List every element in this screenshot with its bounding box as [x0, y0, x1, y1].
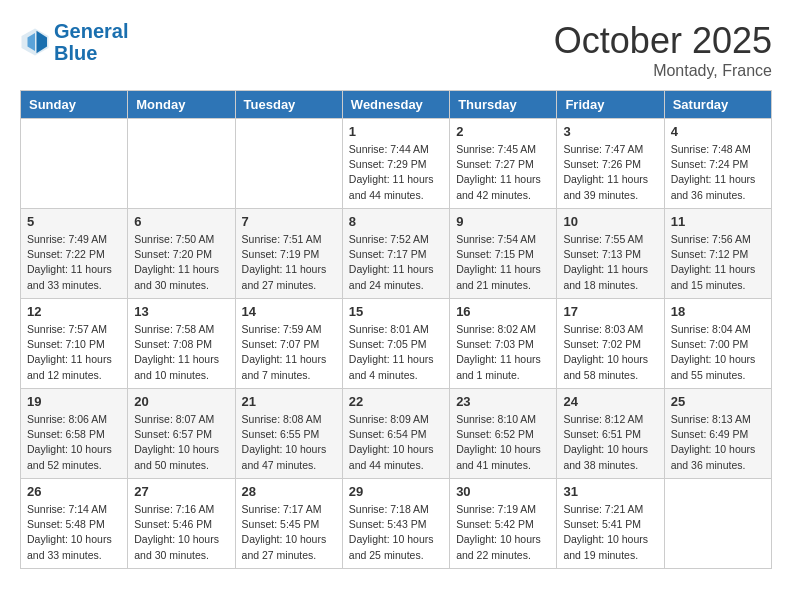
- day-number: 20: [134, 394, 228, 409]
- day-info: Sunrise: 7:21 AM Sunset: 5:41 PM Dayligh…: [563, 502, 657, 563]
- day-cell: [21, 119, 128, 209]
- day-cell: 24Sunrise: 8:12 AM Sunset: 6:51 PM Dayli…: [557, 389, 664, 479]
- day-cell: 4Sunrise: 7:48 AM Sunset: 7:24 PM Daylig…: [664, 119, 771, 209]
- day-number: 28: [242, 484, 336, 499]
- day-cell: 21Sunrise: 8:08 AM Sunset: 6:55 PM Dayli…: [235, 389, 342, 479]
- day-cell: 27Sunrise: 7:16 AM Sunset: 5:46 PM Dayli…: [128, 479, 235, 569]
- day-cell: 28Sunrise: 7:17 AM Sunset: 5:45 PM Dayli…: [235, 479, 342, 569]
- day-info: Sunrise: 7:49 AM Sunset: 7:22 PM Dayligh…: [27, 232, 121, 293]
- day-cell: 18Sunrise: 8:04 AM Sunset: 7:00 PM Dayli…: [664, 299, 771, 389]
- calendar-table: SundayMondayTuesdayWednesdayThursdayFrid…: [20, 90, 772, 569]
- day-info: Sunrise: 7:19 AM Sunset: 5:42 PM Dayligh…: [456, 502, 550, 563]
- day-cell: 17Sunrise: 8:03 AM Sunset: 7:02 PM Dayli…: [557, 299, 664, 389]
- day-cell: 6Sunrise: 7:50 AM Sunset: 7:20 PM Daylig…: [128, 209, 235, 299]
- day-cell: 13Sunrise: 7:58 AM Sunset: 7:08 PM Dayli…: [128, 299, 235, 389]
- week-row-1: 1Sunrise: 7:44 AM Sunset: 7:29 PM Daylig…: [21, 119, 772, 209]
- day-cell: 8Sunrise: 7:52 AM Sunset: 7:17 PM Daylig…: [342, 209, 449, 299]
- day-info: Sunrise: 8:09 AM Sunset: 6:54 PM Dayligh…: [349, 412, 443, 473]
- day-number: 16: [456, 304, 550, 319]
- col-header-sunday: Sunday: [21, 91, 128, 119]
- day-info: Sunrise: 7:50 AM Sunset: 7:20 PM Dayligh…: [134, 232, 228, 293]
- day-info: Sunrise: 7:55 AM Sunset: 7:13 PM Dayligh…: [563, 232, 657, 293]
- day-info: Sunrise: 7:51 AM Sunset: 7:19 PM Dayligh…: [242, 232, 336, 293]
- day-info: Sunrise: 8:12 AM Sunset: 6:51 PM Dayligh…: [563, 412, 657, 473]
- day-info: Sunrise: 7:48 AM Sunset: 7:24 PM Dayligh…: [671, 142, 765, 203]
- day-number: 6: [134, 214, 228, 229]
- month-title: October 2025: [554, 20, 772, 62]
- day-cell: 12Sunrise: 7:57 AM Sunset: 7:10 PM Dayli…: [21, 299, 128, 389]
- day-number: 30: [456, 484, 550, 499]
- day-cell: 25Sunrise: 8:13 AM Sunset: 6:49 PM Dayli…: [664, 389, 771, 479]
- col-header-friday: Friday: [557, 91, 664, 119]
- day-number: 26: [27, 484, 121, 499]
- day-cell: 14Sunrise: 7:59 AM Sunset: 7:07 PM Dayli…: [235, 299, 342, 389]
- day-info: Sunrise: 8:04 AM Sunset: 7:00 PM Dayligh…: [671, 322, 765, 383]
- day-number: 21: [242, 394, 336, 409]
- week-row-3: 12Sunrise: 7:57 AM Sunset: 7:10 PM Dayli…: [21, 299, 772, 389]
- day-cell: 16Sunrise: 8:02 AM Sunset: 7:03 PM Dayli…: [450, 299, 557, 389]
- col-header-wednesday: Wednesday: [342, 91, 449, 119]
- logo: General Blue: [20, 20, 128, 64]
- day-cell: 9Sunrise: 7:54 AM Sunset: 7:15 PM Daylig…: [450, 209, 557, 299]
- day-info: Sunrise: 8:01 AM Sunset: 7:05 PM Dayligh…: [349, 322, 443, 383]
- day-number: 22: [349, 394, 443, 409]
- day-info: Sunrise: 8:08 AM Sunset: 6:55 PM Dayligh…: [242, 412, 336, 473]
- day-cell: [128, 119, 235, 209]
- day-info: Sunrise: 7:59 AM Sunset: 7:07 PM Dayligh…: [242, 322, 336, 383]
- week-row-2: 5Sunrise: 7:49 AM Sunset: 7:22 PM Daylig…: [21, 209, 772, 299]
- col-header-tuesday: Tuesday: [235, 91, 342, 119]
- day-number: 10: [563, 214, 657, 229]
- day-cell: [664, 479, 771, 569]
- day-cell: 23Sunrise: 8:10 AM Sunset: 6:52 PM Dayli…: [450, 389, 557, 479]
- day-number: 2: [456, 124, 550, 139]
- day-info: Sunrise: 7:54 AM Sunset: 7:15 PM Dayligh…: [456, 232, 550, 293]
- day-info: Sunrise: 7:52 AM Sunset: 7:17 PM Dayligh…: [349, 232, 443, 293]
- day-cell: [235, 119, 342, 209]
- day-info: Sunrise: 8:10 AM Sunset: 6:52 PM Dayligh…: [456, 412, 550, 473]
- logo-blue: Blue: [54, 42, 97, 64]
- day-number: 29: [349, 484, 443, 499]
- week-row-5: 26Sunrise: 7:14 AM Sunset: 5:48 PM Dayli…: [21, 479, 772, 569]
- page-header: General Blue October 2025 Montady, Franc…: [20, 20, 772, 80]
- day-cell: 30Sunrise: 7:19 AM Sunset: 5:42 PM Dayli…: [450, 479, 557, 569]
- day-number: 13: [134, 304, 228, 319]
- day-info: Sunrise: 7:16 AM Sunset: 5:46 PM Dayligh…: [134, 502, 228, 563]
- day-number: 23: [456, 394, 550, 409]
- logo-icon: [20, 27, 50, 57]
- col-header-thursday: Thursday: [450, 91, 557, 119]
- day-number: 19: [27, 394, 121, 409]
- day-cell: 15Sunrise: 8:01 AM Sunset: 7:05 PM Dayli…: [342, 299, 449, 389]
- day-number: 9: [456, 214, 550, 229]
- day-number: 8: [349, 214, 443, 229]
- day-number: 7: [242, 214, 336, 229]
- day-number: 31: [563, 484, 657, 499]
- day-number: 15: [349, 304, 443, 319]
- day-cell: 11Sunrise: 7:56 AM Sunset: 7:12 PM Dayli…: [664, 209, 771, 299]
- day-cell: 20Sunrise: 8:07 AM Sunset: 6:57 PM Dayli…: [128, 389, 235, 479]
- day-cell: 29Sunrise: 7:18 AM Sunset: 5:43 PM Dayli…: [342, 479, 449, 569]
- day-cell: 2Sunrise: 7:45 AM Sunset: 7:27 PM Daylig…: [450, 119, 557, 209]
- week-row-4: 19Sunrise: 8:06 AM Sunset: 6:58 PM Dayli…: [21, 389, 772, 479]
- day-number: 17: [563, 304, 657, 319]
- day-info: Sunrise: 7:44 AM Sunset: 7:29 PM Dayligh…: [349, 142, 443, 203]
- day-number: 11: [671, 214, 765, 229]
- day-cell: 26Sunrise: 7:14 AM Sunset: 5:48 PM Dayli…: [21, 479, 128, 569]
- day-number: 24: [563, 394, 657, 409]
- day-number: 4: [671, 124, 765, 139]
- day-number: 12: [27, 304, 121, 319]
- day-cell: 19Sunrise: 8:06 AM Sunset: 6:58 PM Dayli…: [21, 389, 128, 479]
- col-header-saturday: Saturday: [664, 91, 771, 119]
- day-cell: 5Sunrise: 7:49 AM Sunset: 7:22 PM Daylig…: [21, 209, 128, 299]
- day-info: Sunrise: 7:47 AM Sunset: 7:26 PM Dayligh…: [563, 142, 657, 203]
- day-number: 25: [671, 394, 765, 409]
- day-cell: 31Sunrise: 7:21 AM Sunset: 5:41 PM Dayli…: [557, 479, 664, 569]
- day-info: Sunrise: 8:03 AM Sunset: 7:02 PM Dayligh…: [563, 322, 657, 383]
- title-block: October 2025 Montady, France: [554, 20, 772, 80]
- day-cell: 3Sunrise: 7:47 AM Sunset: 7:26 PM Daylig…: [557, 119, 664, 209]
- day-cell: 7Sunrise: 7:51 AM Sunset: 7:19 PM Daylig…: [235, 209, 342, 299]
- day-number: 18: [671, 304, 765, 319]
- day-cell: 1Sunrise: 7:44 AM Sunset: 7:29 PM Daylig…: [342, 119, 449, 209]
- logo-general: General: [54, 20, 128, 42]
- col-header-monday: Monday: [128, 91, 235, 119]
- day-number: 14: [242, 304, 336, 319]
